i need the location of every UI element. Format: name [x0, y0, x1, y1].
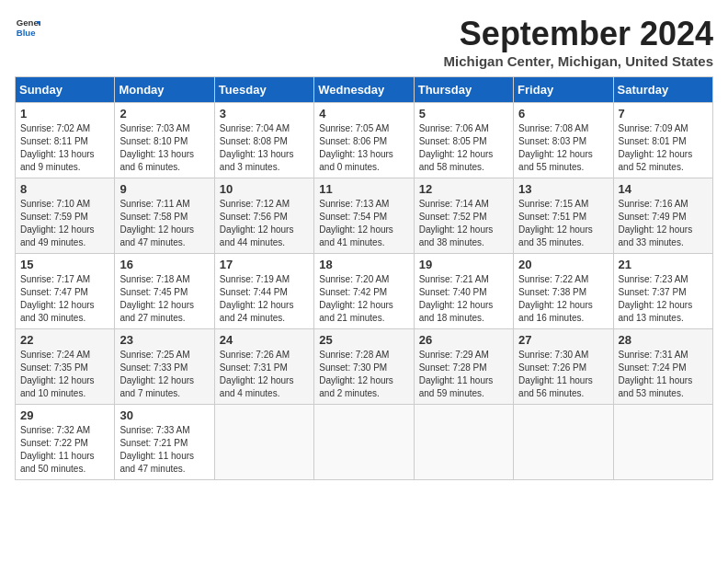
table-cell: [613, 405, 712, 480]
day-number: 21: [619, 258, 708, 271]
header-thursday: Thursday: [414, 77, 513, 103]
day-info: Sunrise: 7:21 AMSunset: 7:40 PMDaylight:…: [419, 273, 508, 325]
svg-text:Blue: Blue: [17, 28, 36, 38]
day-number: 23: [119, 333, 209, 347]
day-info: Sunrise: 7:28 AMSunset: 7:30 PMDaylight:…: [319, 349, 408, 400]
day-info: Sunrise: 7:11 AMSunset: 7:58 PMDaylight:…: [119, 198, 209, 249]
table-cell: 16Sunrise: 7:18 AMSunset: 7:45 PMDayligh…: [115, 254, 214, 329]
table-cell: 9Sunrise: 7:11 AMSunset: 7:58 PMDaylight…: [115, 178, 214, 254]
table-cell: [214, 405, 313, 480]
table-cell: [514, 405, 613, 480]
day-number: 30: [119, 408, 209, 422]
table-cell: [314, 405, 414, 480]
location-title: Michigan Center, Michigan, United States: [444, 53, 713, 69]
calendar-row: 22Sunrise: 7:24 AMSunset: 7:35 PMDayligh…: [16, 329, 713, 405]
day-number: 28: [619, 333, 708, 347]
calendar-table: Sunday Monday Tuesday Wednesday Thursday…: [15, 76, 713, 480]
day-info: Sunrise: 7:12 AMSunset: 7:56 PMDaylight:…: [220, 198, 309, 249]
day-info: Sunrise: 7:08 AMSunset: 8:03 PMDaylight:…: [518, 122, 608, 174]
day-info: Sunrise: 7:18 AMSunset: 7:45 PMDaylight:…: [119, 273, 209, 325]
day-number: 25: [319, 333, 408, 347]
day-number: 27: [518, 333, 608, 347]
day-info: Sunrise: 7:22 AMSunset: 7:38 PMDaylight:…: [518, 273, 608, 325]
table-cell: 11Sunrise: 7:13 AMSunset: 7:54 PMDayligh…: [314, 178, 414, 254]
table-cell: 29Sunrise: 7:32 AMSunset: 7:22 PMDayligh…: [16, 405, 115, 480]
table-cell: 14Sunrise: 7:16 AMSunset: 7:49 PMDayligh…: [613, 178, 712, 254]
svg-text:General: General: [17, 17, 40, 28]
day-number: 2: [119, 107, 209, 121]
day-info: Sunrise: 7:25 AMSunset: 7:33 PMDaylight:…: [119, 349, 209, 400]
table-cell: 22Sunrise: 7:24 AMSunset: 7:35 PMDayligh…: [16, 329, 115, 405]
logo: General Blue: [15, 15, 40, 40]
day-info: Sunrise: 7:06 AMSunset: 8:05 PMDaylight:…: [419, 122, 508, 174]
table-cell: 5Sunrise: 7:06 AMSunset: 8:05 PMDaylight…: [414, 103, 513, 178]
header-tuesday: Tuesday: [214, 77, 313, 103]
table-cell: 25Sunrise: 7:28 AMSunset: 7:30 PMDayligh…: [314, 329, 414, 405]
day-info: Sunrise: 7:23 AMSunset: 7:37 PMDaylight:…: [619, 273, 708, 325]
table-cell: 7Sunrise: 7:09 AMSunset: 8:01 PMDaylight…: [613, 103, 712, 178]
day-number: 6: [518, 107, 608, 121]
header-friday: Friday: [514, 77, 613, 103]
day-number: 16: [119, 258, 209, 271]
day-number: 18: [319, 258, 408, 271]
day-number: 14: [619, 182, 708, 196]
day-number: 5: [419, 107, 508, 121]
table-cell: 8Sunrise: 7:10 AMSunset: 7:59 PMDaylight…: [16, 178, 115, 254]
day-info: Sunrise: 7:19 AMSunset: 7:44 PMDaylight:…: [220, 273, 309, 325]
day-info: Sunrise: 7:26 AMSunset: 7:31 PMDaylight:…: [220, 349, 309, 400]
day-number: 8: [20, 182, 109, 196]
table-cell: 19Sunrise: 7:21 AMSunset: 7:40 PMDayligh…: [414, 254, 513, 329]
day-info: Sunrise: 7:17 AMSunset: 7:47 PMDaylight:…: [20, 273, 109, 325]
day-info: Sunrise: 7:05 AMSunset: 8:06 PMDaylight:…: [319, 122, 408, 174]
calendar-row: 29Sunrise: 7:32 AMSunset: 7:22 PMDayligh…: [16, 405, 713, 480]
table-cell: 2Sunrise: 7:03 AMSunset: 8:10 PMDaylight…: [115, 103, 214, 178]
table-cell: 26Sunrise: 7:29 AMSunset: 7:28 PMDayligh…: [414, 329, 513, 405]
day-number: 3: [220, 107, 309, 121]
table-cell: 20Sunrise: 7:22 AMSunset: 7:38 PMDayligh…: [514, 254, 613, 329]
day-number: 4: [319, 107, 408, 121]
calendar-row: 15Sunrise: 7:17 AMSunset: 7:47 PMDayligh…: [16, 254, 713, 329]
day-info: Sunrise: 7:20 AMSunset: 7:42 PMDaylight:…: [319, 273, 408, 325]
header-saturday: Saturday: [613, 77, 712, 103]
day-number: 26: [419, 333, 508, 347]
day-info: Sunrise: 7:04 AMSunset: 8:08 PMDaylight:…: [220, 122, 309, 174]
table-cell: 24Sunrise: 7:26 AMSunset: 7:31 PMDayligh…: [214, 329, 313, 405]
header-sunday: Sunday: [16, 77, 115, 103]
day-number: 13: [518, 182, 608, 196]
table-cell: 23Sunrise: 7:25 AMSunset: 7:33 PMDayligh…: [115, 329, 214, 405]
day-info: Sunrise: 7:30 AMSunset: 7:26 PMDaylight:…: [518, 349, 608, 400]
table-cell: 18Sunrise: 7:20 AMSunset: 7:42 PMDayligh…: [314, 254, 414, 329]
day-info: Sunrise: 7:03 AMSunset: 8:10 PMDaylight:…: [119, 122, 209, 174]
table-cell: 4Sunrise: 7:05 AMSunset: 8:06 PMDaylight…: [314, 103, 414, 178]
calendar-row: 8Sunrise: 7:10 AMSunset: 7:59 PMDaylight…: [16, 178, 713, 254]
day-info: Sunrise: 7:10 AMSunset: 7:59 PMDaylight:…: [20, 198, 109, 249]
day-info: Sunrise: 7:33 AMSunset: 7:21 PMDaylight:…: [119, 424, 209, 476]
table-cell: 21Sunrise: 7:23 AMSunset: 7:37 PMDayligh…: [613, 254, 712, 329]
day-info: Sunrise: 7:02 AMSunset: 8:11 PMDaylight:…: [20, 122, 109, 174]
month-title: September 2024: [444, 15, 713, 53]
day-number: 17: [220, 258, 309, 271]
header-monday: Monday: [115, 77, 214, 103]
day-info: Sunrise: 7:31 AMSunset: 7:24 PMDaylight:…: [619, 349, 708, 400]
logo-icon: General Blue: [15, 15, 40, 40]
title-section: September 2024 Michigan Center, Michigan…: [444, 15, 713, 69]
table-cell: [414, 405, 513, 480]
table-cell: 27Sunrise: 7:30 AMSunset: 7:26 PMDayligh…: [514, 329, 613, 405]
table-cell: 10Sunrise: 7:12 AMSunset: 7:56 PMDayligh…: [214, 178, 313, 254]
table-cell: 12Sunrise: 7:14 AMSunset: 7:52 PMDayligh…: [414, 178, 513, 254]
day-number: 7: [619, 107, 708, 121]
day-number: 29: [20, 408, 109, 422]
table-cell: 30Sunrise: 7:33 AMSunset: 7:21 PMDayligh…: [115, 405, 214, 480]
day-number: 11: [319, 182, 408, 196]
day-info: Sunrise: 7:32 AMSunset: 7:22 PMDaylight:…: [20, 424, 109, 476]
day-number: 10: [220, 182, 309, 196]
day-number: 15: [20, 258, 109, 271]
header-wednesday: Wednesday: [314, 77, 414, 103]
table-cell: 3Sunrise: 7:04 AMSunset: 8:08 PMDaylight…: [214, 103, 313, 178]
day-info: Sunrise: 7:09 AMSunset: 8:01 PMDaylight:…: [619, 122, 708, 174]
day-info: Sunrise: 7:15 AMSunset: 7:51 PMDaylight:…: [518, 198, 608, 249]
day-info: Sunrise: 7:14 AMSunset: 7:52 PMDaylight:…: [419, 198, 508, 249]
table-cell: 28Sunrise: 7:31 AMSunset: 7:24 PMDayligh…: [613, 329, 712, 405]
day-info: Sunrise: 7:29 AMSunset: 7:28 PMDaylight:…: [419, 349, 508, 400]
day-info: Sunrise: 7:16 AMSunset: 7:49 PMDaylight:…: [619, 198, 708, 249]
